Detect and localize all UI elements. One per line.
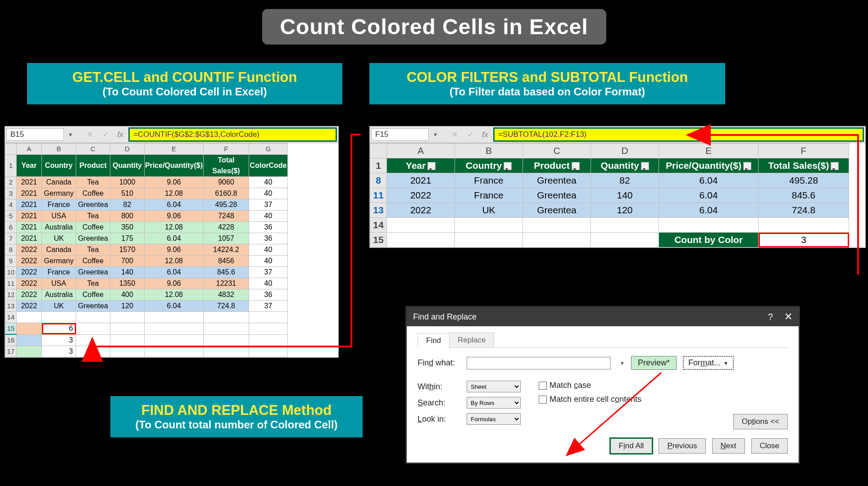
previous-button[interactable]: Previous xyxy=(659,438,705,454)
format-button[interactable]: Format...▼ xyxy=(683,356,734,370)
row-header[interactable]: 9 xyxy=(5,256,17,267)
cell[interactable]: Coffee xyxy=(76,289,110,301)
tab-replace[interactable]: Replace xyxy=(449,333,494,347)
col-header[interactable]: C xyxy=(523,144,591,158)
cell[interactable]: 3 xyxy=(42,334,76,346)
cell[interactable]: UK xyxy=(455,203,523,218)
cell[interactable]: 40 xyxy=(249,278,288,289)
enter-icon[interactable]: ✓ xyxy=(467,130,474,140)
cell[interactable]: 724.8 xyxy=(759,203,849,218)
cell[interactable]: 2021 xyxy=(17,233,42,244)
cell[interactable]: France xyxy=(42,199,76,211)
col-header[interactable]: F xyxy=(759,144,849,158)
row-header[interactable]: 5 xyxy=(5,211,17,222)
cell[interactable]: France xyxy=(42,267,76,278)
row-header[interactable]: 15 xyxy=(370,233,387,248)
col-header[interactable]: D xyxy=(591,144,659,158)
cell[interactable]: 2022 xyxy=(387,188,455,203)
cell[interactable]: 700 xyxy=(110,256,145,267)
col-header[interactable]: A xyxy=(387,144,455,158)
cell[interactable]: 724.8 xyxy=(204,301,249,312)
cell[interactable]: France xyxy=(455,173,523,188)
cell[interactable]: 2021 xyxy=(17,222,42,233)
cell[interactable]: 6160.8 xyxy=(204,188,249,199)
cell[interactable]: UK xyxy=(42,301,76,312)
cell[interactable]: 4832 xyxy=(204,289,249,301)
row-header[interactable]: 1 xyxy=(370,158,387,173)
options-button[interactable]: Options << xyxy=(733,414,788,429)
row-header[interactable]: 14 xyxy=(370,218,387,233)
cell[interactable]: 37 xyxy=(249,199,288,211)
count-by-color-value[interactable]: 3 xyxy=(759,233,849,248)
cell[interactable]: 12.08 xyxy=(145,222,204,233)
cell[interactable]: Greentea xyxy=(76,233,110,244)
cell[interactable]: 9.06 xyxy=(145,244,204,256)
cell[interactable]: 6.04 xyxy=(145,267,204,278)
cell[interactable]: 6.04 xyxy=(659,188,759,203)
cell[interactable]: 6.04 xyxy=(145,233,204,244)
within-select[interactable]: Sheet xyxy=(467,381,521,392)
cell[interactable]: 1570 xyxy=(110,244,145,256)
match-case-checkbox[interactable] xyxy=(539,382,547,390)
help-icon[interactable]: ? xyxy=(768,312,773,322)
cell[interactable]: USA xyxy=(42,211,76,222)
cell[interactable]: 8456 xyxy=(204,256,249,267)
cell[interactable]: Greentea xyxy=(523,188,591,203)
cell[interactable]: 6.04 xyxy=(659,173,759,188)
close-button[interactable]: Close xyxy=(751,438,788,454)
cell[interactable]: Tea xyxy=(76,177,110,188)
cell[interactable]: Australia xyxy=(42,222,76,233)
cell[interactable]: Greentea xyxy=(523,203,591,218)
cell[interactable]: 37 xyxy=(249,267,288,278)
cell[interactable]: 12.08 xyxy=(145,289,204,301)
cell[interactable]: 120 xyxy=(110,301,145,312)
cell[interactable]: 37 xyxy=(249,301,288,312)
cell[interactable]: 1000 xyxy=(110,177,145,188)
cell[interactable]: 6.04 xyxy=(145,301,204,312)
cell[interactable]: Coffee xyxy=(76,222,110,233)
col-header[interactable]: E xyxy=(145,144,204,155)
cell[interactable]: USA xyxy=(42,278,76,289)
filter-icon[interactable] xyxy=(572,162,580,170)
row-header[interactable]: 10 xyxy=(5,267,17,278)
cell[interactable]: 12.08 xyxy=(145,256,204,267)
find-next-button[interactable]: Next xyxy=(712,438,745,454)
row-header[interactable]: 16 xyxy=(5,334,17,346)
col-header[interactable]: D xyxy=(110,144,145,155)
cell[interactable]: Australia xyxy=(42,289,76,301)
filter-icon[interactable] xyxy=(743,162,751,170)
cell[interactable]: 4228 xyxy=(204,222,249,233)
formula-box-right[interactable]: =SUBTOTAL(102,F2:F13) xyxy=(493,127,864,142)
search-select[interactable]: By Rows xyxy=(467,397,521,409)
cell[interactable]: 2022 xyxy=(17,301,42,312)
cell[interactable]: 2021 xyxy=(17,199,42,211)
cell[interactable]: Germany xyxy=(42,188,76,199)
col-header[interactable]: A xyxy=(17,144,42,155)
row-header[interactable]: 13 xyxy=(370,203,387,218)
cell[interactable]: Greentea xyxy=(523,173,591,188)
cell[interactable]: 400 xyxy=(110,289,145,301)
row-header[interactable]: 13 xyxy=(5,301,17,312)
row-header[interactable]: 12 xyxy=(5,289,17,301)
row-header[interactable]: 3 xyxy=(5,188,17,199)
cell[interactable]: 2022 xyxy=(17,244,42,256)
cell[interactable]: 1350 xyxy=(110,278,145,289)
cell[interactable]: 2022 xyxy=(17,256,42,267)
match-contents-checkbox[interactable] xyxy=(539,396,547,404)
row-header[interactable]: 11 xyxy=(5,278,17,289)
cell[interactable] xyxy=(17,323,42,335)
col-header[interactable]: B xyxy=(42,144,76,155)
cell[interactable]: Tea xyxy=(76,244,110,256)
row-header[interactable]: 6 xyxy=(5,222,17,233)
cell[interactable]: 140 xyxy=(591,188,659,203)
cell[interactable]: 40 xyxy=(249,177,288,188)
row-header[interactable]: 17 xyxy=(5,346,17,357)
cell[interactable]: 14224.2 xyxy=(204,244,249,256)
cell[interactable]: Coffee xyxy=(76,188,110,199)
col-header[interactable]: F xyxy=(204,144,249,155)
cell[interactable]: 36 xyxy=(249,222,288,233)
col-header[interactable]: E xyxy=(659,144,759,158)
cell[interactable]: Greentea xyxy=(76,301,110,312)
cell[interactable]: 350 xyxy=(110,222,145,233)
fx-icon[interactable]: fx xyxy=(478,130,492,140)
